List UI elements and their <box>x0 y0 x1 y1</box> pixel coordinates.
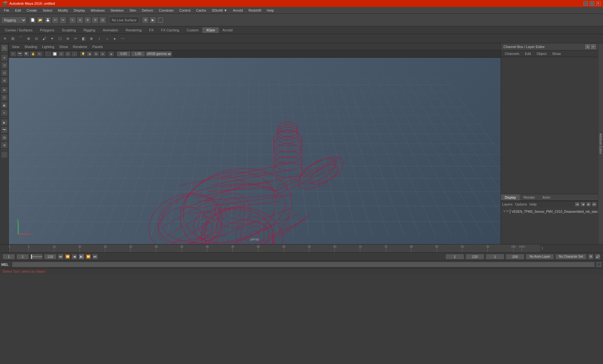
layer-nav-prev-prev[interactable]: ⏮ <box>575 202 580 207</box>
playback-end-field[interactable] <box>465 254 484 260</box>
menu-constrain[interactable]: Constrain <box>156 8 176 13</box>
icon-noise[interactable]: ≋ <box>64 35 72 42</box>
vt-pts-btn[interactable]: ⊙ <box>65 51 71 57</box>
icon-extras[interactable]: ⋯ <box>119 35 127 42</box>
layer-nav-next-next[interactable]: ⏭ <box>592 202 597 207</box>
workspace-dropdown[interactable]: Rigging <box>1 17 26 24</box>
select-tool-button[interactable]: ↖ <box>69 17 76 24</box>
menu-redshift[interactable]: Redshift <box>246 8 263 13</box>
redo-button[interactable]: ↪ <box>59 17 66 24</box>
start-frame-field[interactable] <box>16 254 29 260</box>
vt-tumble-btn[interactable]: ↻ <box>36 51 43 57</box>
options-menu[interactable]: Options <box>515 202 527 206</box>
layer-color-swatch[interactable] <box>510 209 510 214</box>
left-move-btn[interactable]: ✛ <box>1 54 8 61</box>
menu-skeleton[interactable]: Skeleton <box>108 8 126 13</box>
menu-create[interactable]: Create <box>24 8 40 13</box>
tab-anim-layers[interactable]: Anim <box>539 194 554 201</box>
new-scene-button[interactable]: 📄 <box>29 17 36 24</box>
icon-mask[interactable]: ◧ <box>80 35 87 42</box>
menu-control[interactable]: Control <box>177 8 193 13</box>
tab-render-layers[interactable]: Render <box>520 194 539 201</box>
exposure-field[interactable] <box>117 51 131 57</box>
left-rotate-btn[interactable]: ↺ <box>1 62 8 69</box>
layer-nav-prev[interactable]: ◀ <box>580 202 585 207</box>
playback-start-field[interactable] <box>445 254 464 260</box>
tab-fx[interactable]: FX <box>145 27 157 33</box>
vt-smooth-btn[interactable]: ⬜ <box>52 51 58 57</box>
vt-hud-btn[interactable]: ⊕ <box>100 51 106 57</box>
vp-menu-panels[interactable]: Panels <box>90 44 105 49</box>
left-camera-btn[interactable]: 📷 <box>1 126 8 133</box>
menu-edit[interactable]: Edit <box>13 8 24 13</box>
render-button[interactable]: ▶ <box>149 17 156 24</box>
vp-menu-shading[interactable]: Shading <box>23 44 39 49</box>
icon-arrow-head[interactable]: ▸ <box>111 35 119 42</box>
gamma-value-field[interactable] <box>131 51 145 57</box>
tab-curves-surfaces[interactable]: Curves / Surfaces <box>1 27 36 33</box>
icon-snap-curve[interactable]: ⌒ <box>17 35 24 42</box>
menu-help[interactable]: Help <box>264 8 277 13</box>
menu-deform[interactable]: Deform <box>139 8 156 13</box>
layer-visibility-btn[interactable]: V <box>503 210 505 213</box>
tab-xgen[interactable]: XGen <box>202 27 219 33</box>
icon-cut[interactable]: ✂ <box>72 35 79 42</box>
icon-snap-grid[interactable]: ⊞ <box>9 35 17 42</box>
left-select-btn[interactable]: ↖ <box>1 45 8 51</box>
playback-slider-area[interactable] <box>30 254 43 260</box>
tab-channels[interactable]: Channels <box>502 51 522 56</box>
tab-arnold[interactable]: Arnold <box>219 27 236 33</box>
menu-arnold[interactable]: Arnold <box>230 8 245 13</box>
vt-camera-btn[interactable]: 📷 <box>17 51 23 57</box>
menu-select[interactable]: Select <box>40 8 55 13</box>
vt-iso-btn[interactable]: ◈ <box>108 51 114 57</box>
vp-menu-renderer[interactable]: Renderer <box>71 44 89 49</box>
tab-polygons[interactable]: Polygons <box>36 27 58 33</box>
icon-paint[interactable]: 🖌 <box>41 35 48 42</box>
channel-box-close-btn[interactable]: ✕ <box>591 45 595 49</box>
menu-windows[interactable]: Windows <box>88 8 107 13</box>
vt-light-btn[interactable]: 💡 <box>80 51 86 57</box>
layer-nav-next[interactable]: ▶ <box>586 202 591 207</box>
vp-menu-view[interactable]: View <box>10 44 21 49</box>
go-to-end-btn[interactable]: ⏭ <box>92 254 98 260</box>
tab-fx-caching[interactable]: FX Caching <box>157 27 183 33</box>
vt-wire-btn[interactable]: ⊡ <box>58 51 64 57</box>
vp-menu-show[interactable]: Show <box>57 44 70 49</box>
icon-clump[interactable]: ⬡ <box>56 35 64 42</box>
anim-layer-btn[interactable]: No Anim Layer <box>526 254 554 260</box>
script-editor-btn[interactable]: ⬛ <box>596 262 602 267</box>
tab-rigging[interactable]: Rigging <box>80 27 99 33</box>
play-forward-btn[interactable]: ▶ <box>79 254 84 260</box>
close-button[interactable]: ✕ <box>596 1 600 6</box>
vt-shadow-btn[interactable]: ◑ <box>86 51 93 57</box>
icon-blend[interactable]: ⊗ <box>88 35 95 42</box>
step-back-btn[interactable]: ⏪ <box>65 254 70 260</box>
tab-animation[interactable]: Animation <box>99 27 122 33</box>
end-frame-field[interactable] <box>44 254 57 260</box>
current-frame-field[interactable] <box>3 254 15 260</box>
char-set-btn[interactable]: No Character Set <box>555 254 587 260</box>
mel-input[interactable] <box>12 262 595 267</box>
vt-grid-btn[interactable]: ⊞ <box>93 51 99 57</box>
tab-edit[interactable]: Edit <box>522 51 533 56</box>
scale-tool-button[interactable]: ⊡ <box>99 17 106 24</box>
icon-xgen[interactable]: ✦ <box>48 35 56 42</box>
menu-modify[interactable]: Modify <box>55 8 70 13</box>
vt-pan-btn[interactable]: ✋ <box>30 51 36 57</box>
menu-file[interactable]: File <box>1 8 12 13</box>
color-space-dropdown[interactable]: sRGB gamma <box>145 51 172 57</box>
sound-btn[interactable]: 🔊 <box>595 254 600 260</box>
playback-range-start[interactable] <box>486 254 504 260</box>
attribute-editor-tab[interactable]: Attribute Editor <box>598 43 603 244</box>
tab-rendering[interactable]: Rendering <box>122 27 145 33</box>
menu-skin[interactable]: Skin <box>127 8 139 13</box>
menu-cache[interactable]: Cache <box>193 8 209 13</box>
left-render-btn[interactable]: ▶ <box>1 119 8 126</box>
left-last-tool-btn[interactable]: ⊛ <box>1 77 8 84</box>
play-back-btn[interactable]: ◀ <box>72 254 77 260</box>
help-menu[interactable]: Help <box>530 202 537 206</box>
tab-show[interactable]: Show <box>550 51 563 56</box>
timeline-ruler[interactable]: 1 5 10 15 20 25 30 35 40 45 50 55 60 65 … <box>9 244 540 252</box>
move-tool-button[interactable]: ✛ <box>84 17 91 24</box>
